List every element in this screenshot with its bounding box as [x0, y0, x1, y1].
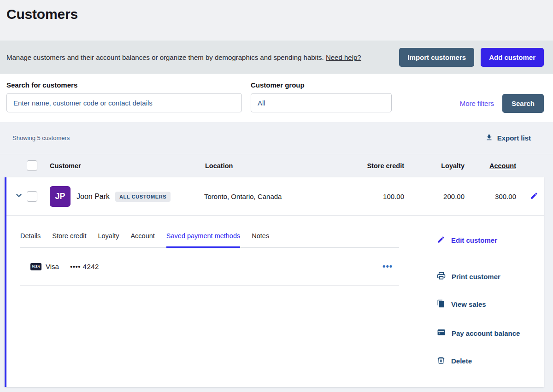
visa-card-icon: VISA — [30, 263, 41, 270]
need-help-link[interactable]: Need help? — [326, 53, 361, 61]
customer-row[interactable]: JP Joon Park ALL CUSTOMERS Toronto, Onta… — [6, 177, 544, 216]
search-label: Search for customers — [6, 81, 242, 89]
banner-description: Manage customers and their account balan… — [6, 53, 399, 61]
delete-action[interactable]: Delete — [437, 356, 472, 366]
customer-name: Joon Park — [76, 193, 110, 201]
detail-tabs: Details Store credit Loyalty Account Sav… — [20, 225, 399, 248]
results-toolbar: Showing 5 customers Export list — [0, 122, 553, 154]
customer-group-badge: ALL CUSTOMERS — [115, 192, 171, 202]
search-field-group: Search for customers — [6, 81, 242, 112]
banner-description-text: Manage customers and their account balan… — [6, 53, 326, 61]
view-sales-action[interactable]: View sales — [437, 299, 486, 309]
tab-store-credit[interactable]: Store credit — [52, 232, 86, 248]
tab-loyalty[interactable]: Loyalty — [98, 232, 119, 248]
add-customer-button[interactable]: Add customer — [481, 48, 544, 67]
avatar: JP — [50, 186, 71, 207]
showing-count: Showing 5 customers — [12, 135, 70, 141]
search-section: Search for customers Customer group All … — [0, 74, 553, 122]
collapse-chevron-down-icon[interactable] — [15, 192, 23, 201]
trash-icon — [437, 356, 445, 366]
page-title: Customers — [6, 6, 546, 22]
row-edit-pencil-icon[interactable] — [530, 192, 538, 202]
tab-notes[interactable]: Notes — [252, 232, 269, 248]
edit-customer-label: Edit customer — [451, 236, 497, 244]
pages-icon — [437, 299, 445, 309]
view-sales-label: View sales — [451, 300, 486, 308]
customer-store-credit: 100.00 — [358, 193, 404, 200]
import-customers-button[interactable]: Import customers — [399, 48, 474, 67]
expanded-customer-panel: JP Joon Park ALL CUSTOMERS Toronto, Onta… — [5, 177, 544, 387]
customer-account: 300.00 — [470, 193, 516, 200]
banner: Manage customers and their account balan… — [0, 41, 553, 74]
search-button[interactable]: Search — [502, 94, 544, 113]
payment-masked-number: •••• 4242 — [70, 263, 99, 270]
delete-label: Delete — [451, 357, 472, 365]
tab-details[interactable]: Details — [20, 232, 41, 248]
customer-group-select[interactable]: All — [251, 93, 392, 112]
payment-overflow-menu-icon[interactable]: ••• — [382, 262, 393, 271]
printer-icon — [437, 271, 446, 281]
more-filters-link[interactable]: More filters — [460, 99, 494, 107]
customer-identity: Joon Park ALL CUSTOMERS — [76, 177, 171, 216]
header-account-sort[interactable]: Account — [447, 162, 516, 170]
page-header: Customers — [0, 0, 553, 41]
pay-account-balance-action[interactable]: Pay account balance — [437, 328, 520, 338]
customer-loyalty: 200.00 — [418, 193, 465, 200]
print-customer-label: Print customer — [452, 273, 500, 281]
export-list-label: Export list — [497, 134, 531, 142]
row-checkbox[interactable] — [27, 191, 37, 202]
export-list-button[interactable]: Export list — [485, 134, 531, 143]
customer-group-field: Customer group All — [251, 81, 392, 112]
header-store-credit: Store credit — [335, 162, 404, 170]
tab-account[interactable]: Account — [130, 232, 154, 248]
search-input[interactable] — [6, 93, 242, 112]
visa-chip-text: VISA — [32, 265, 40, 268]
header-location: Location — [205, 162, 233, 170]
table-header: Customer Location Store credit Loyalty A… — [0, 154, 553, 177]
header-customer: Customer — [50, 162, 81, 170]
avatar-initials: JP — [55, 192, 65, 201]
customer-group-value: All — [258, 99, 265, 107]
edit-customer-action[interactable]: Edit customer — [437, 235, 497, 245]
pay-account-balance-label: Pay account balance — [452, 329, 520, 337]
banner-buttons: Import customers Add customer — [399, 48, 544, 67]
print-customer-action[interactable]: Print customer — [437, 271, 500, 281]
download-icon — [485, 134, 493, 143]
select-all-checkbox[interactable] — [27, 160, 37, 171]
pencil-icon — [437, 235, 445, 245]
tab-saved-payment-methods[interactable]: Saved payment methods — [166, 232, 240, 248]
saved-payment-method-row: VISA Visa •••• 4242 ••• — [20, 248, 399, 286]
search-actions: More filters Search — [460, 81, 544, 113]
customer-group-label: Customer group — [251, 81, 392, 89]
credit-card-icon — [437, 328, 446, 338]
payment-brand: Visa — [46, 263, 59, 270]
customer-location: Toronto, Ontario, Canada — [204, 193, 282, 200]
results-section: Showing 5 customers Export list Customer… — [0, 122, 553, 392]
